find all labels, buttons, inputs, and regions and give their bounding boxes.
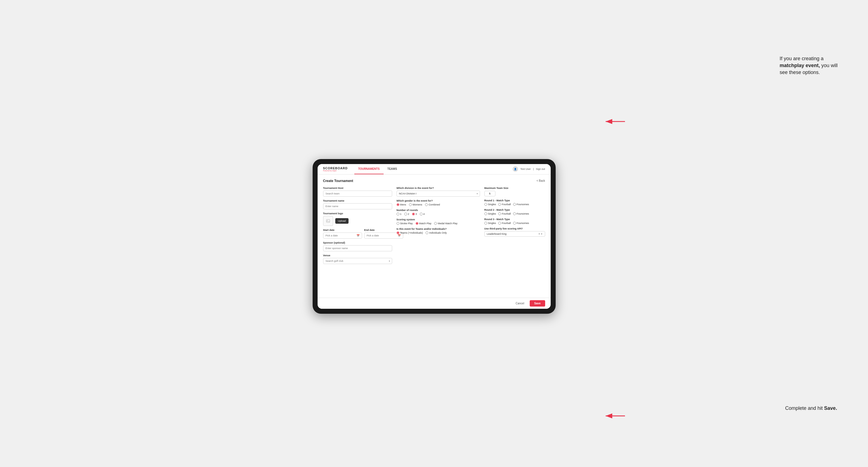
round2-singles-radio[interactable] [485, 212, 487, 215]
scoring-group: Scoring system Stroke Play Match Play [397, 218, 480, 225]
image-icon [326, 219, 330, 223]
gender-womens[interactable]: Womens [409, 203, 422, 206]
scoring-stroke[interactable]: Stroke Play [397, 222, 413, 225]
event-teams[interactable]: Teams (+Individuals) [397, 231, 423, 234]
api-group: Use third-party live scoring API? Leader… [485, 227, 545, 237]
page-title: Create Tournament [323, 179, 353, 183]
round1-foursomes[interactable]: Foursomes [513, 203, 529, 206]
round3-singles[interactable]: Singles [485, 222, 496, 224]
venue-input[interactable] [323, 258, 392, 264]
cancel-button[interactable]: Cancel [512, 300, 527, 307]
round3-foursomes[interactable]: Foursomes [513, 222, 529, 224]
rounds-radio-group: 1 2 3 4 [397, 213, 480, 215]
round1-singles[interactable]: Singles [485, 203, 496, 206]
event-type-label: Is this event for Teams and/or Individua… [397, 227, 480, 230]
api-clear-icon[interactable]: ✕ ▾ [538, 232, 543, 235]
round2-foursomes-radio[interactable] [513, 212, 516, 215]
nav-separator: | [533, 168, 533, 170]
round-4[interactable]: 4 [420, 213, 425, 215]
avatar: 👤 [513, 166, 518, 172]
end-date-input[interactable] [367, 234, 398, 237]
api-select-wrap[interactable]: Leaderboard King ✕ ▾ [485, 231, 545, 237]
round2-singles[interactable]: Singles [485, 212, 496, 215]
round3-fourball[interactable]: Fourball [498, 222, 511, 224]
round-4-radio[interactable] [420, 213, 423, 215]
round1-match-type: Round 1 - Match Type Singles Fourball [485, 199, 545, 206]
round2-fourball-radio[interactable] [498, 212, 501, 215]
round3-options: Singles Fourball Foursomes [485, 222, 545, 224]
back-link[interactable]: < Back [536, 179, 545, 182]
scoring-medal[interactable]: Medal Match Play [434, 222, 458, 225]
upload-button[interactable]: Upload [335, 218, 349, 224]
form-footer: Cancel Save [318, 298, 551, 309]
event-teams-radio[interactable] [397, 231, 399, 234]
logo-text: SCOREBOARD [323, 166, 348, 170]
gender-womens-radio[interactable] [409, 203, 412, 206]
round2-label: Round 2 - Match Type [485, 209, 545, 211]
form-container: Create Tournament < Back Tournament Host… [318, 175, 551, 298]
event-type-group: Is this event for Teams and/or Individua… [397, 227, 480, 234]
annotation-arrow-top [595, 113, 628, 130]
tab-tournaments[interactable]: TOURNAMENTS [354, 164, 383, 174]
start-date-group: Start date 📅 [323, 229, 362, 239]
sponsor-group: Sponsor (optional) [323, 241, 392, 251]
round-3-radio[interactable] [412, 213, 415, 215]
max-team-size-input[interactable] [485, 191, 495, 196]
gender-label: Which gender is the event for? [397, 199, 480, 202]
scoring-match[interactable]: Match Play [415, 222, 432, 225]
tab-teams[interactable]: TEAMS [383, 164, 401, 174]
round-2-radio[interactable] [404, 213, 407, 215]
round3-foursomes-radio[interactable] [513, 222, 516, 224]
left-column: Tournament Host Tournament name Tourname… [323, 187, 392, 284]
save-button[interactable]: Save [530, 300, 545, 307]
gender-combined[interactable]: Combined [425, 203, 440, 206]
round1-fourball-radio[interactable] [498, 203, 501, 206]
start-date-input[interactable] [326, 234, 356, 237]
event-type-radio-group: Teams (+Individuals) Individuals Only [397, 231, 480, 234]
svg-point-1 [327, 220, 328, 221]
venue-label: Venue [323, 254, 392, 257]
round1-foursomes-radio[interactable] [513, 203, 516, 206]
form-grid: Tournament Host Tournament name Tourname… [323, 187, 545, 284]
round3-singles-radio[interactable] [485, 222, 487, 224]
round1-fourball[interactable]: Fourball [498, 203, 511, 206]
rounds-label: Number of rounds [397, 209, 480, 212]
logo-sub: Powered by clippit [323, 170, 348, 172]
round3-fourball-radio[interactable] [498, 222, 501, 224]
round-1[interactable]: 1 [397, 213, 402, 215]
scoring-medal-radio[interactable] [434, 222, 437, 225]
logo-upload-area: Upload [323, 216, 392, 226]
nav-right: 👤 Test User | Sign out [513, 166, 545, 172]
round-1-radio[interactable] [397, 213, 399, 215]
scoring-match-radio[interactable] [415, 222, 418, 225]
sponsor-input[interactable] [323, 245, 392, 251]
scoring-stroke-radio[interactable] [397, 222, 399, 225]
start-date-label: Start date [323, 229, 362, 231]
tournament-name-input[interactable] [323, 203, 392, 209]
round-3[interactable]: 3 [412, 213, 417, 215]
max-team-size-label: Maximum Team Size [485, 187, 545, 189]
round3-match-type: Round 3 - Match Type Singles Fourball [485, 218, 545, 224]
navbar: SCOREBOARD Powered by clippit TOURNAMENT… [318, 164, 551, 175]
event-individuals[interactable]: Individuals Only [426, 231, 447, 234]
gender-combined-radio[interactable] [425, 203, 428, 206]
user-label: Test User [520, 168, 531, 170]
tournament-host-label: Tournament Host [323, 187, 392, 189]
round1-singles-radio[interactable] [485, 203, 487, 206]
tournament-name-group: Tournament name [323, 199, 392, 209]
round2-fourball[interactable]: Fourball [498, 212, 511, 215]
gender-mens[interactable]: Mens [397, 203, 406, 206]
round2-foursomes[interactable]: Foursomes [513, 212, 529, 215]
round-2[interactable]: 2 [404, 213, 409, 215]
round2-match-type: Round 2 - Match Type Singles Fourball [485, 209, 545, 215]
venue-group: Venue [323, 254, 392, 264]
gender-mens-radio[interactable] [397, 203, 399, 206]
annotation-save: Complete and hit Save. [785, 405, 846, 412]
signout-link[interactable]: Sign out [536, 168, 545, 170]
scoring-label: Scoring system [397, 218, 480, 221]
tournament-host-input[interactable] [323, 191, 392, 197]
tournament-logo-group: Tournament logo Upload [323, 212, 392, 226]
division-select[interactable]: NCAA Division I NCAA Division II NCAA Di… [397, 191, 480, 197]
max-team-size-group: Maximum Team Size [485, 187, 545, 196]
event-individuals-radio[interactable] [426, 231, 428, 234]
